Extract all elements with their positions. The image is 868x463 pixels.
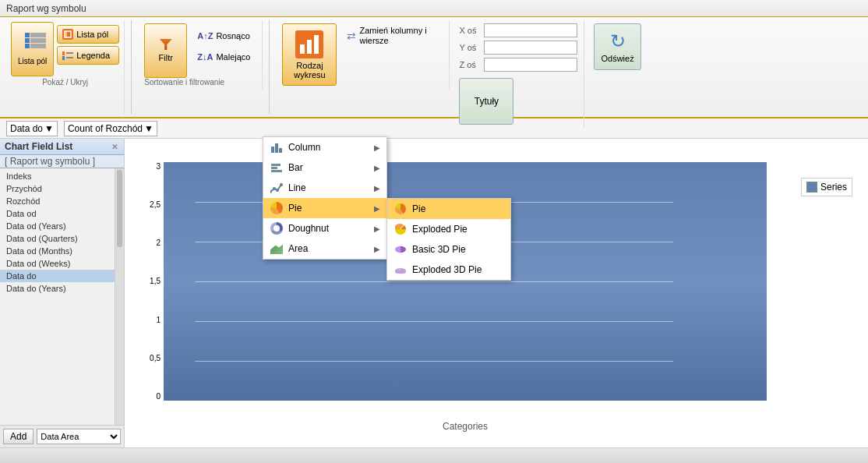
- pie-arrow: ▶: [374, 204, 380, 213]
- svg-point-7: [276, 189, 279, 192]
- submenu-pie-label: Pie: [412, 203, 425, 214]
- field-item-data-do[interactable]: Data do: [0, 270, 115, 282]
- tytuly-label: Tytuły: [475, 96, 499, 107]
- area-select[interactable]: Data Area: [37, 429, 121, 444]
- status-bar: [0, 447, 868, 463]
- zamien-button[interactable]: ⇄ Zamień kolumny i wiersze: [341, 27, 443, 45]
- submenu-basic-3d-pie[interactable]: Basic 3D Pie: [387, 239, 510, 260]
- svg-rect-2: [300, 44, 305, 54]
- pie-label: Pie: [288, 203, 302, 214]
- main-area: Chart Field List ✕ [ Raport wg symbolu ]…: [0, 139, 868, 447]
- svg-point-6: [273, 187, 276, 190]
- x-axis-row: X oś: [459, 23, 577, 37]
- field-item-data-od[interactable]: Data od: [0, 207, 115, 220]
- data-do-arrow: ▼: [44, 123, 54, 134]
- field-item-data-do-years[interactable]: Data do (Years): [0, 282, 115, 295]
- chart-y-axis: 3 2,5 2 1,5 1 0,5 0: [132, 162, 164, 401]
- lista-pol-label: Lista pól: [18, 57, 47, 65]
- axis-group: X oś Y oś Z oś Tytuły: [453, 20, 584, 128]
- pie-icon: [270, 201, 284, 215]
- odswiez-label: Odśwież: [601, 54, 633, 63]
- legenda-button[interactable]: Legenda: [57, 46, 119, 65]
- sort-group-label: Sortowanie i filtrowanie: [144, 78, 256, 87]
- area-label: Area: [288, 243, 308, 254]
- add-button[interactable]: Add: [3, 429, 34, 444]
- field-item-data-od-quarters[interactable]: Data od (Quarters): [0, 232, 115, 245]
- field-item-rozchod[interactable]: Rozchód: [0, 195, 115, 207]
- menu-item-pie[interactable]: Pie ▶ Pie Exploded Pie: [263, 198, 386, 218]
- data-toolbar: Data do ▼ Count of Rozchód ▼: [0, 118, 868, 139]
- ribbon: Lista pól Lista pól Legenda: [0, 17, 868, 118]
- tytuly-button[interactable]: Tytuły: [459, 78, 513, 125]
- field-item-data-od-years[interactable]: Data od (Years): [0, 220, 115, 232]
- field-item-data-od-weeks[interactable]: Data od (Weeks): [0, 257, 115, 270]
- show-hide-group: Lista pól Lista pól Legenda: [6, 20, 125, 114]
- svg-point-8: [280, 183, 283, 186]
- rosnaco-label: Rosnąco: [216, 31, 249, 41]
- column-arrow: ▶: [374, 143, 380, 152]
- legend-text: Series: [820, 182, 847, 193]
- x-axis-input[interactable]: [484, 23, 577, 37]
- bar-label: Bar: [288, 162, 303, 173]
- field-list: Indeks Przychód Rozchód Data od Data od …: [0, 168, 115, 425]
- pola-button[interactable]: Lista pól: [57, 25, 119, 44]
- count-label: Count of Rozchód: [68, 123, 143, 134]
- menu-item-doughnut[interactable]: Doughnut ▶: [263, 218, 386, 239]
- panel-subheader: [ Raport wg symbolu ]: [0, 155, 124, 168]
- submenu-exploded-3d-pie-icon: [393, 263, 408, 277]
- submenu-exploded-pie-label: Exploded Pie: [412, 224, 468, 235]
- submenu-basic-3d-pie-label: Basic 3D Pie: [412, 244, 466, 255]
- rosnaco-button[interactable]: A↑Z Rosnąco: [192, 27, 256, 45]
- z-axis-input[interactable]: [484, 58, 577, 72]
- menu-item-area[interactable]: Area ▶: [263, 239, 386, 259]
- submenu-pie[interactable]: Pie: [387, 199, 510, 219]
- odswiez-button[interactable]: ↻ Odśwież: [594, 23, 640, 70]
- rodzaj-label1: Rodzaj: [296, 61, 323, 70]
- panel-header: Chart Field List ✕: [0, 139, 124, 155]
- menu-item-column[interactable]: Column ▶: [263, 137, 386, 157]
- count-arrow: ▼: [144, 123, 153, 134]
- show-hide-label: Pokaż / Ukryj: [42, 78, 88, 87]
- y-axis-input[interactable]: [484, 41, 577, 55]
- filtr-button[interactable]: Filtr: [144, 23, 187, 78]
- malejaco-button[interactable]: Z↓A Malejąco: [192, 48, 256, 66]
- pola-label: Lista pól: [76, 30, 108, 39]
- field-item-przychod[interactable]: Przychód: [0, 182, 115, 195]
- rodzaj-wykresu-button[interactable]: Rodzaj wykresu: [282, 23, 337, 86]
- zamien-label: Zamień kolumny i wiersze: [359, 26, 437, 46]
- svg-rect-0: [65, 31, 71, 37]
- column-icon: [270, 140, 284, 154]
- submenu-3d-pie-icon: [393, 242, 408, 256]
- z-axis-row: Z oś: [459, 58, 577, 72]
- doughnut-icon: [270, 221, 284, 235]
- doughnut-label: Doughnut: [288, 223, 329, 234]
- doughnut-arrow: ▶: [374, 224, 380, 233]
- svg-rect-4: [314, 35, 319, 54]
- panel-footer: Add Data Area: [0, 425, 124, 447]
- area-arrow: ▶: [374, 245, 380, 253]
- chart-type-menu: Column ▶ Bar ▶ Line ▶: [263, 136, 387, 260]
- refresh-icon: ↻: [610, 30, 626, 52]
- menu-item-line[interactable]: Line ▶: [263, 178, 386, 198]
- legenda-label: Legenda: [76, 51, 110, 60]
- menu-item-bar[interactable]: Bar ▶: [263, 157, 386, 178]
- submenu-exploded-pie[interactable]: Exploded Pie: [387, 219, 510, 239]
- field-item-indeks[interactable]: Indeks: [0, 170, 115, 182]
- title-text: Raport wg symbolu: [6, 3, 86, 14]
- panel-header-text: Chart Field List: [5, 141, 72, 152]
- field-list-scrollbar[interactable]: [115, 168, 124, 425]
- field-list-panel: Chart Field List ✕ [ Raport wg symbolu ]…: [0, 139, 125, 447]
- field-item-data-od-months[interactable]: Data od (Months): [0, 245, 115, 257]
- filtr-label: Filtr: [159, 53, 173, 62]
- chart-legend: Series: [801, 178, 852, 196]
- count-dropdown[interactable]: Count of Rozchód ▼: [64, 121, 157, 136]
- submenu-exploded-3d-pie-label: Exploded 3D Pie: [412, 264, 482, 275]
- data-do-dropdown[interactable]: Data do ▼: [6, 121, 58, 136]
- submenu-exploded-3d-pie[interactable]: Exploded 3D Pie: [387, 260, 510, 280]
- data-do-label: Data do: [10, 123, 43, 134]
- lista-pol-button[interactable]: Lista pól: [11, 22, 54, 76]
- legend-color: [806, 182, 817, 193]
- chart-area: 3 2,5 2 1,5 1 0,5 0 Categories: [125, 139, 868, 447]
- chart-x-label: Categories: [164, 421, 767, 432]
- panel-close-button[interactable]: ✕: [110, 142, 119, 152]
